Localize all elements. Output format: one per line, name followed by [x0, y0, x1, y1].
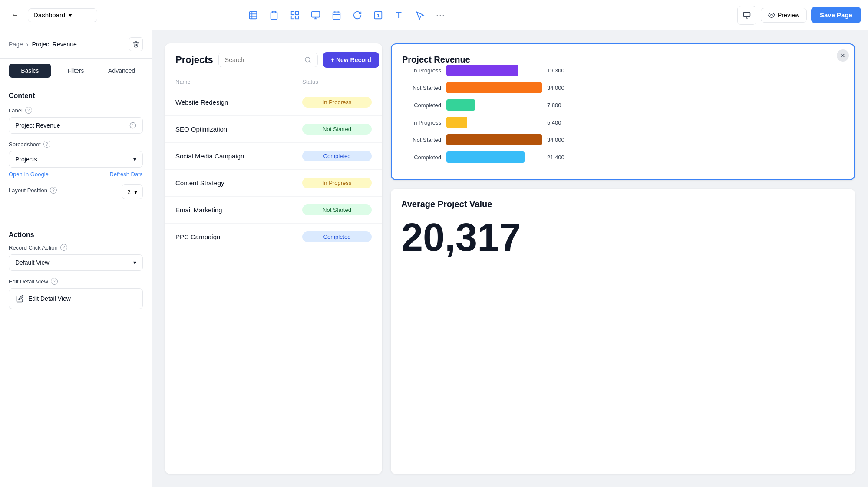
layout-chevron: ▾ — [134, 188, 137, 195]
new-record-button[interactable]: + New Record — [323, 52, 379, 68]
table-icon[interactable] — [244, 6, 263, 25]
breadcrumb-current: Project Revenue — [32, 41, 77, 48]
chart-icon[interactable] — [348, 6, 367, 25]
row-name: Content Strategy — [175, 179, 302, 187]
bar-value: 5,400 — [547, 119, 569, 126]
bar-track — [446, 151, 542, 163]
close-button[interactable]: ✕ — [837, 49, 849, 62]
search-input[interactable] — [225, 56, 301, 63]
col-status: Status — [302, 79, 372, 85]
table-row[interactable]: Social Media Campaign Completed — [165, 143, 382, 170]
tab-filters[interactable]: Filters — [55, 64, 97, 78]
tab-advanced[interactable]: Advanced — [100, 64, 143, 78]
record-click-help-icon[interactable]: ? — [60, 244, 67, 251]
calendar-icon[interactable] — [327, 6, 346, 25]
search-box[interactable] — [218, 53, 318, 67]
spreadsheet-chevron: ▾ — [133, 156, 136, 163]
dashboard-label: Dashboard — [33, 11, 65, 19]
edit-detail-help-icon[interactable]: ? — [51, 278, 58, 285]
content-title: Content — [9, 92, 143, 100]
record-click-value: Default View — [15, 259, 49, 266]
status-badge: In Progress — [302, 178, 372, 188]
back-icon: ← — [11, 11, 18, 19]
save-page-button[interactable]: Save Page — [811, 7, 861, 23]
bar-fill — [446, 65, 518, 76]
back-button[interactable]: ← — [7, 7, 23, 23]
table-row[interactable]: Content Strategy In Progress — [165, 170, 382, 197]
grid-icon[interactable] — [285, 6, 304, 25]
refresh-data-link[interactable]: Refresh Data — [109, 171, 143, 178]
layout-position-row: Layout Position ? 2 ▾ — [9, 184, 143, 199]
dashboard-dropdown[interactable]: Dashboard — [28, 8, 97, 22]
bar-track — [446, 99, 542, 111]
bar-row: Completed 7,800 — [402, 99, 844, 111]
projects-card: Projects + New Record Name Status Websit… — [165, 43, 382, 474]
sidebar-header: Page › Project Revenue — [0, 30, 152, 59]
open-google-link[interactable]: Open In Google — [9, 171, 49, 178]
tools-bar: 1 T ··· — [244, 6, 450, 25]
table-row[interactable]: SEO Optimization Not Started — [165, 116, 382, 143]
text-icon[interactable]: T — [389, 6, 409, 25]
bar-row: In Progress 5,400 — [402, 117, 844, 128]
sidebar: Page › Project Revenue Basics Filters Ad… — [0, 30, 152, 487]
charts-column: Project Revenue ✕ In Progress 19,300 Not… — [391, 43, 855, 474]
bar-track — [446, 134, 542, 145]
layout-icon[interactable] — [306, 6, 325, 25]
svg-rect-9 — [312, 11, 320, 17]
bar-value: 19,300 — [547, 67, 569, 74]
bar-label: Completed — [402, 102, 441, 109]
svg-rect-6 — [296, 11, 298, 14]
bar-value: 34,000 — [547, 137, 569, 143]
cursor-icon[interactable] — [410, 6, 429, 25]
bar-track — [446, 65, 542, 76]
clipboard-icon[interactable] — [264, 6, 284, 25]
status-badge: Not Started — [302, 124, 372, 135]
spreadsheet-select[interactable]: Projects ▾ — [9, 151, 143, 168]
monitor-button[interactable] — [737, 6, 756, 25]
status-badge: Completed — [302, 151, 372, 161]
spreadsheet-help-icon[interactable]: ? — [43, 141, 50, 148]
bar-fill — [446, 134, 542, 145]
main-layout: Page › Project Revenue Basics Filters Ad… — [0, 30, 868, 487]
tab-basics[interactable]: Basics — [9, 64, 51, 78]
row-name: Email Marketing — [175, 206, 302, 214]
bar-value: 34,000 — [547, 85, 569, 91]
status-badge: Completed — [302, 231, 372, 242]
bar-fill — [446, 151, 525, 163]
table-row[interactable]: PPC Campaign Completed — [165, 224, 382, 250]
svg-text:1: 1 — [377, 13, 380, 18]
projects-title: Projects — [175, 54, 213, 66]
record-click-label: Record Click Action ? — [9, 244, 143, 251]
layout-help-icon[interactable]: ? — [50, 187, 57, 194]
row-name: Website Redesign — [175, 99, 302, 106]
content-area: Projects + New Record Name Status Websit… — [152, 30, 868, 487]
edit-detail-view-label-text: Edit Detail View — [28, 295, 71, 302]
average-value: 20,317 — [401, 218, 845, 257]
bar-row: In Progress 19,300 — [402, 65, 844, 76]
revenue-card: Project Revenue ✕ In Progress 19,300 Not… — [391, 43, 855, 180]
more-icon[interactable]: ··· — [431, 6, 450, 25]
bar-row: Completed 21,400 — [402, 151, 844, 163]
layout-position-select[interactable]: 2 ▾ — [122, 184, 143, 199]
status-badge: Not Started — [302, 204, 372, 215]
svg-point-25 — [305, 57, 310, 62]
svg-rect-0 — [249, 11, 257, 19]
spreadsheet-field-label: Spreadsheet ? — [9, 141, 143, 148]
preview-button[interactable]: Preview — [761, 8, 807, 23]
edit-detail-view-button[interactable]: Edit Detail View — [9, 288, 143, 309]
bar-value: 21,400 — [547, 154, 569, 161]
svg-rect-5 — [291, 11, 294, 14]
bar-label: Not Started — [402, 137, 441, 143]
average-title: Average Project Value — [401, 199, 845, 209]
svg-rect-12 — [333, 12, 340, 19]
record-click-select[interactable]: Default View ▾ — [9, 254, 143, 271]
delete-button[interactable] — [129, 37, 143, 51]
label-help-icon[interactable]: ? — [25, 107, 32, 114]
projects-header: Projects + New Record — [165, 43, 382, 75]
sidebar-tabs: Basics Filters Advanced — [0, 59, 152, 83]
actions-section: Actions Record Click Action ? Default Vi… — [0, 222, 152, 318]
table-row[interactable]: Email Marketing Not Started — [165, 197, 382, 224]
table-row[interactable]: Website Redesign In Progress — [165, 89, 382, 116]
label-input[interactable]: Project Revenue — [9, 117, 143, 134]
number-icon[interactable]: 1 — [369, 6, 388, 25]
